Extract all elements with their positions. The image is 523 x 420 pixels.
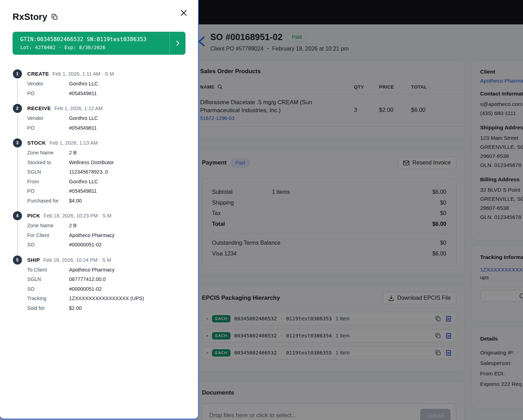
drawer-title: RxStory bbox=[13, 12, 47, 22]
timeline-step-receive: 2 RECEIVEFeb 1, 2026, 1:12 AM VendorGont… bbox=[13, 104, 185, 138]
detail-key: Vendor bbox=[27, 114, 69, 123]
event-detail-row: SGLN112345678923..0 bbox=[27, 167, 185, 177]
detail-value: Gonthro LLC bbox=[69, 79, 185, 89]
detail-value: $2.00 bbox=[69, 304, 185, 313]
step-number: 4 bbox=[13, 211, 22, 220]
detail-value: 2 B bbox=[69, 221, 185, 231]
detail-key: PO bbox=[27, 186, 69, 196]
step-number: 3 bbox=[13, 138, 22, 147]
event-timestamp: Feb 18, 2026, 10:24 PM · S M bbox=[43, 257, 111, 263]
lot-exp-text: Lot: 4JT0482 · Exp: 8/30/2026 bbox=[20, 45, 169, 50]
detail-key: Zone Name bbox=[27, 148, 69, 158]
screen: SO #00168951-02 Paid Client PO #57789024… bbox=[0, 0, 523, 420]
event-detail-row: SO#00000051-02 bbox=[27, 284, 185, 294]
detail-key: Tracking bbox=[27, 294, 69, 304]
gtin-serial-banner[interactable]: GTIN:00345802466532 SN:0119test0386353 L… bbox=[13, 32, 185, 55]
detail-key: From bbox=[27, 177, 69, 187]
event-detail-row: Zone Name2 B bbox=[27, 148, 185, 158]
event-detail-row: PO#054549811 bbox=[27, 123, 185, 133]
copy-icon[interactable] bbox=[51, 14, 58, 20]
event-detail-row: VendorGonthro LLC bbox=[27, 114, 185, 123]
rxstory-timeline: 1 CREATEFeb 1, 2026, 1:11 AM · S M Vendo… bbox=[13, 69, 185, 319]
event-detail-row: Purchased for$4.00 bbox=[27, 196, 185, 206]
step-number: 5 bbox=[13, 255, 22, 265]
detail-value: 1ZXXXXXXXXXXXXXXXX (UPS) bbox=[69, 294, 185, 304]
detail-value: #00000051-02 bbox=[69, 240, 185, 250]
timeline-connector bbox=[17, 115, 18, 137]
detail-key: For Client bbox=[27, 231, 69, 240]
detail-value: 112345678923..0 bbox=[69, 167, 185, 177]
event-detail-row: PO#054549811 bbox=[27, 186, 185, 196]
detail-key: SGLN bbox=[27, 167, 69, 177]
event-detail-row: SGLN087777412.00.0 bbox=[27, 275, 185, 284]
detail-key: SO bbox=[27, 240, 69, 250]
event-detail-row: Tracking1ZXXXXXXXXXXXXXXXX (UPS) bbox=[27, 294, 185, 304]
event-timestamp: Feb 1, 2026, 1:12 AM bbox=[54, 106, 103, 111]
detail-key: PO bbox=[27, 89, 69, 99]
detail-key: PO bbox=[27, 123, 69, 133]
detail-value: Wellness Distributor bbox=[69, 158, 185, 168]
detail-value: 087777412.00.0 bbox=[69, 275, 185, 284]
detail-value: Gonthro LLC bbox=[69, 177, 185, 187]
timeline-step-pick: 4 PICKFeb 18, 2026, 10:23 PM · S M Zone … bbox=[13, 211, 185, 255]
detail-value: Apotheco Pharmacy bbox=[69, 231, 185, 240]
event-detail-row: Zone Name2 B bbox=[27, 221, 185, 231]
detail-value: Gonthro LLC bbox=[69, 114, 185, 123]
detail-key: Zone Name bbox=[27, 221, 69, 231]
detail-key: SGLN bbox=[27, 275, 69, 284]
detail-key: To Client bbox=[27, 265, 69, 275]
event-name: PICK bbox=[27, 213, 40, 219]
event-name: STOCK bbox=[27, 140, 46, 146]
event-detail-row: To ClientApotheco Pharmacy bbox=[27, 265, 185, 275]
event-detail-row: Stocked toWellness Distributor bbox=[27, 158, 185, 168]
detail-value: #054549811 bbox=[69, 89, 185, 99]
timeline-step-ship: 5 SHIPFeb 18, 2026, 10:24 PM · S M To Cl… bbox=[13, 255, 185, 319]
event-detail-row: PO#054549811 bbox=[27, 89, 185, 99]
detail-value: 2 B bbox=[69, 148, 185, 158]
detail-key: Stocked to bbox=[27, 158, 69, 168]
detail-value: Apotheco Pharmacy bbox=[69, 265, 185, 275]
event-name: SHIP bbox=[27, 257, 40, 263]
gtin-serial-text: GTIN:00345802466532 SN:0119test0386353 bbox=[20, 36, 169, 43]
timeline-connector bbox=[17, 222, 18, 254]
timeline-connector bbox=[17, 80, 18, 103]
event-detail-row: FromGonthro LLC bbox=[27, 177, 185, 187]
detail-key: Sold for bbox=[27, 304, 69, 313]
event-timestamp: Feb 1, 2026, 1:13 AM bbox=[50, 140, 98, 146]
event-detail-row: For ClientApotheco Pharmacy bbox=[27, 231, 185, 240]
event-timestamp: Feb 18, 2026, 10:23 PM · S M bbox=[44, 213, 111, 219]
detail-key: SO bbox=[27, 284, 69, 294]
timeline-step-create: 1 CREATEFeb 1, 2026, 1:11 AM · S M Vendo… bbox=[13, 69, 185, 104]
event-name: RECEIVE bbox=[27, 105, 51, 111]
timeline-connector bbox=[17, 149, 18, 210]
step-number: 1 bbox=[13, 69, 22, 78]
event-detail-row: SO#00000051-02 bbox=[27, 240, 185, 250]
step-number: 2 bbox=[13, 104, 22, 113]
event-detail-row: Sold for$2.00 bbox=[27, 304, 185, 313]
close-icon[interactable] bbox=[179, 8, 189, 18]
event-name: CREATE bbox=[27, 71, 49, 77]
rxstory-drawer: RxStory GTIN:00345802466532 SN:0119test0… bbox=[0, 0, 199, 419]
chevron-right-icon bbox=[169, 32, 185, 55]
event-detail-row: VendorGonthro LLC bbox=[27, 79, 185, 89]
event-timestamp: Feb 1, 2026, 1:11 AM · S M bbox=[52, 71, 114, 77]
detail-value: $4.00 bbox=[69, 196, 185, 206]
detail-value: #054549811 bbox=[69, 123, 185, 133]
detail-key: Vendor bbox=[27, 79, 69, 89]
detail-value: #054549811 bbox=[69, 186, 185, 196]
timeline-step-stock: 3 STOCKFeb 1, 2026, 1:13 AM Zone Name2 B… bbox=[13, 138, 185, 211]
detail-value: #00000051-02 bbox=[69, 284, 185, 294]
detail-key: Purchased for bbox=[27, 196, 69, 206]
